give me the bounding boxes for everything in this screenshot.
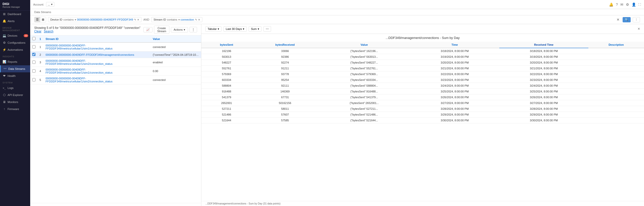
stream-id-link[interactable]: 00000000-00000000-00409DFF-FFDDDF349/met…: [46, 77, 112, 83]
row-checkbox[interactable]: [32, 69, 35, 73]
right-table-row[interactable]: 52164457585{"bytesSent":521644...3/30/20…: [201, 118, 644, 123]
table-row[interactable]: 200000000-00000000-00409DFF-FFDDDF349/ma…: [30, 52, 201, 58]
right-table-row[interactable]: 54822792274{"bytesSent":548227...3/20/20…: [201, 60, 644, 66]
table-row[interactable]: 500000000-00000000-00409DFF-FFDDDF349/me…: [30, 76, 201, 84]
expand-icon[interactable]: ⛶: [638, 3, 641, 6]
stream-id-cell: 00000000-00000000-00409DFF-FFDDDF349/man…: [44, 52, 151, 58]
sidebar-item-reports[interactable]: 📊 Reports: [0, 58, 30, 65]
date-range-button[interactable]: Last 30 Days ▾: [223, 26, 247, 32]
clear-link[interactable]: Clear: [34, 30, 42, 33]
sidebar-item-firmware[interactable]: ↑ Firmware: [0, 106, 30, 113]
right-cell-bytesreceived: 57607: [252, 112, 318, 118]
table-row[interactable]: 100000000-00000000-00409DFF-FFDDDF349/me…: [30, 42, 201, 52]
filter-remove-icon[interactable]: ✕: [137, 18, 139, 21]
bell-icon[interactable]: 🔔: [609, 3, 613, 7]
right-cell-bytessent: 916488: [201, 89, 252, 94]
sidebar-item-alerts[interactable]: 🔔 Alerts: [0, 18, 30, 25]
right-table-row[interactable]: 56301392386{"bytesSent":563013...3/19/20…: [201, 54, 644, 60]
col-header-value[interactable]: Value: [318, 42, 410, 48]
right-table-row[interactable]: 265200150162156{"bytesSent":2652001...3/…: [201, 100, 644, 106]
col-header-bytes-received[interactable]: bytesReceived: [252, 42, 318, 48]
table-row[interactable]: 300000000-00000000-00409DFF-FFDDDF349/me…: [30, 58, 201, 67]
right-table-row[interactable]: 60333495254{"bytesSent":603334...3/23/20…: [201, 77, 644, 83]
filter-clear-x-icon[interactable]: ✕: [616, 18, 621, 22]
right-panel-header: Tabular ▾ Last 30 Days ▾ Sum ▾ ⋯ ×: [201, 24, 644, 34]
sidebar-item-logs[interactable]: >_ Logs: [0, 84, 30, 91]
sidebar-item-datastreams[interactable]: 〰 Data Streams: [0, 65, 30, 72]
right-cell-value: {"bytesSent":552761...: [318, 66, 410, 71]
user-icon[interactable]: 👤: [632, 3, 636, 7]
more-options-button[interactable]: ⋮: [190, 27, 197, 32]
view-card-btn[interactable]: ⊞: [40, 17, 46, 22]
filter-op-dropdown-icon[interactable]: ▾: [178, 18, 180, 21]
col-header-bytes-sent[interactable]: bytesSent: [201, 42, 252, 48]
right-table-row[interactable]: 57936993778{"bytesSent":579369...3/22/20…: [201, 71, 644, 77]
stream-id-link[interactable]: 00000000-00000000-00409DFF-FFDDDF349/met…: [46, 68, 112, 74]
right-cell-bytesreceived: 92386: [252, 54, 318, 60]
sidebar-item-health[interactable]: ❤ Health: [0, 72, 30, 79]
right-cell-bytessent: 521486: [201, 112, 252, 118]
right-table-row[interactable]: 52148657607{"bytesSent":521486...3/29/20…: [201, 112, 644, 118]
filter-op-dropdown-icon[interactable]: ▾: [75, 18, 76, 21]
right-table-row[interactable]: 55276191211{"bytesSent":552761...3/21/20…: [201, 66, 644, 71]
right-cell-bytessent: 603334: [201, 77, 252, 83]
filter-device-id[interactable]: Device ID contains ▾ 00000000-00000000-0…: [48, 17, 141, 22]
close-button[interactable]: ×: [638, 27, 640, 31]
sidebar-item-monitors[interactable]: 🖥 Monitors: [0, 98, 30, 106]
right-cell-value: {"bytesSent":162196...: [318, 48, 410, 54]
table-row[interactable]: 400000000-00000000-00409DFF-FFDDDF349/me…: [30, 67, 201, 76]
col-header-time[interactable]: Time: [410, 42, 499, 48]
sidebar-item-apiexplorer[interactable]: ⬡ API Explorer: [0, 91, 30, 98]
stream-id-link[interactable]: 00000000-00000000-00409DFF-FFDDDF349/met…: [46, 59, 112, 65]
select-all-checkbox[interactable]: [32, 37, 35, 40]
question-icon[interactable]: ?: [616, 3, 618, 7]
filter-remove-icon[interactable]: ✕: [198, 18, 200, 21]
main-content: Account: ... ▾ 🔔 ? ✉ ⚙ 👤 ⛶ Data Streams …: [30, 0, 644, 206]
stream-id-link[interactable]: 00000000-00000000-00409DFF-FFDDDF349/met…: [46, 44, 112, 50]
right-cell-receivedtime: 3/23/2024, 8:00:00 PM: [499, 77, 588, 83]
right-table-row[interactable]: 916488146369{"bytesSent":916488...3/25/2…: [201, 89, 644, 94]
create-stream-button[interactable]: Create Stream: [154, 26, 169, 34]
right-table-row[interactable]: 16219633066{"bytesSent":162196...3/18/20…: [201, 48, 644, 54]
row-checkbox[interactable]: [32, 45, 35, 48]
right-table-row[interactable]: 58880492111{"bytesSent":588804...3/24/20…: [201, 83, 644, 89]
chart-button[interactable]: 📈: [143, 27, 153, 32]
right-cell-value: {"bytesSent":588804...: [318, 83, 410, 89]
value-cell: 0.00: [151, 67, 201, 76]
showing-text: Showing 5 of 5 for "00000000-00000000-00…: [34, 26, 140, 30]
right-cell-value: {"bytesSent":916488...: [318, 89, 410, 94]
account-selector[interactable]: ... ▾: [46, 2, 54, 7]
sidebar-item-dashboard[interactable]: ⊞ Dashboard: [0, 11, 30, 18]
row-checkbox[interactable]: [32, 78, 35, 81]
info-button[interactable]: ⋯: [263, 26, 271, 32]
row-checkbox[interactable]: [32, 53, 35, 56]
col-header-stream-id[interactable]: Stream ID: [44, 35, 151, 42]
col-header-value[interactable]: Value: [151, 35, 201, 42]
sum-button[interactable]: Sum ▾: [249, 26, 261, 32]
sidebar: DIGI Remote Manager ⊞ Dashboard 🔔 Alerts…: [0, 0, 30, 206]
sidebar-item-automations[interactable]: ⚡ Automations: [0, 46, 30, 53]
right-cell-receivedtime: 3/18/2024, 8:00:00 PM: [499, 48, 588, 54]
settings-icon[interactable]: ⚙: [626, 3, 629, 7]
sidebar-item-devices[interactable]: 💻 Devices 33: [0, 32, 30, 39]
col-header-description[interactable]: Description: [588, 42, 644, 48]
view-table-btn[interactable]: ☰: [34, 17, 40, 22]
filter-edit-icon[interactable]: ✎: [134, 18, 136, 21]
row-number: 4: [37, 67, 44, 76]
col-header-received-time[interactable]: Received Time: [499, 42, 588, 48]
sidebar-item-configurations[interactable]: ⚙ Configurations: [0, 39, 30, 46]
search-button[interactable]: 🔍: [623, 17, 631, 22]
mail-icon[interactable]: ✉: [620, 3, 623, 7]
filter-stream-id[interactable]: Stream ID contains ▾ connection ✎ ✕: [151, 17, 202, 22]
row-checkbox[interactable]: [32, 61, 35, 64]
stream-id-link[interactable]: 00000000-00000000-00409DFF-FFDDDF349/man…: [46, 53, 134, 56]
filter-edit-icon[interactable]: ✎: [195, 18, 197, 21]
horizontal-scrollbar[interactable]: [30, 203, 201, 206]
filter-options-button[interactable]: ⋮: [633, 17, 640, 22]
tabular-button[interactable]: Tabular ▾: [205, 26, 221, 32]
right-cell-value: {"bytesSent":2652001...: [318, 100, 410, 106]
search-link[interactable]: Search: [44, 30, 53, 33]
right-table-row[interactable]: 52721158011{"bytesSent":527211...3/28/20…: [201, 106, 644, 112]
actions-button[interactable]: Actions ▾: [171, 27, 188, 32]
right-table-row[interactable]: 54137967731{"bytesSent":541379...3/26/20…: [201, 94, 644, 100]
